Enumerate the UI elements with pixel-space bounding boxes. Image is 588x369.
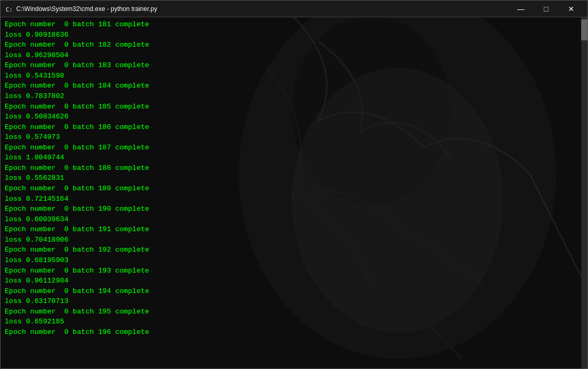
content-area: Epoch number 0 batch 181 completeloss 0.… xyxy=(1,17,587,368)
scrollbar-thumb[interactable] xyxy=(581,19,587,40)
terminal-line: Epoch number 0 batch 185 complete xyxy=(5,102,577,112)
title-bar-controls: — □ ✕ xyxy=(509,1,583,17)
terminal-line: Epoch number 0 batch 195 complete xyxy=(5,307,577,317)
terminal-line: Epoch number 0 batch 192 complete xyxy=(5,245,577,255)
cmd-window: C:\ C:\Windows\System32\cmd.exe - python… xyxy=(0,0,588,369)
terminal-output[interactable]: Epoch number 0 batch 181 completeloss 0.… xyxy=(1,17,581,368)
terminal-line: Epoch number 0 batch 187 complete xyxy=(5,143,577,153)
terminal-line: loss 0.6592185 xyxy=(5,317,577,327)
close-button[interactable]: ✕ xyxy=(559,1,583,17)
terminal-line: Epoch number 0 batch 182 complete xyxy=(5,40,577,50)
terminal-line: loss 0.7837802 xyxy=(5,91,577,102)
title-bar: C:\ C:\Windows\System32\cmd.exe - python… xyxy=(1,1,587,17)
terminal-line: Epoch number 0 batch 181 complete xyxy=(5,19,577,30)
terminal-line: loss 1.0049744 xyxy=(5,153,577,163)
terminal-line: Epoch number 0 batch 189 complete xyxy=(5,183,577,194)
terminal-line: Epoch number 0 batch 190 complete xyxy=(5,204,577,214)
terminal-line: Epoch number 0 batch 194 complete xyxy=(5,286,577,297)
terminal-line: loss 0.68195903 xyxy=(5,255,577,266)
terminal-line: Epoch number 0 batch 186 complete xyxy=(5,122,577,133)
terminal-line: Epoch number 0 batch 188 complete xyxy=(5,163,577,173)
minimize-button[interactable]: — xyxy=(509,1,533,17)
terminal-line: loss 0.5562831 xyxy=(5,173,577,183)
terminal-line: loss 0.5431598 xyxy=(5,71,577,81)
maximize-button[interactable]: □ xyxy=(534,1,558,17)
terminal-line: loss 0.574973 xyxy=(5,132,577,143)
terminal-line: Epoch number 0 batch 191 complete xyxy=(5,224,577,235)
svg-text:C:\: C:\ xyxy=(6,6,13,13)
terminal-line: loss 0.63170713 xyxy=(5,296,577,307)
terminal-line: loss 0.72145164 xyxy=(5,194,577,204)
terminal-line: loss 0.70418906 xyxy=(5,235,577,245)
terminal-line: loss 0.90918636 xyxy=(5,30,577,40)
cmd-icon: C:\ xyxy=(5,5,13,13)
terminal-line: Epoch number 0 batch 184 complete xyxy=(5,81,577,91)
terminal-line: Epoch number 0 batch 196 complete xyxy=(5,327,577,338)
terminal-line: Epoch number 0 batch 183 complete xyxy=(5,60,577,71)
window-title: C:\Windows\System32\cmd.exe - python tra… xyxy=(16,5,157,13)
scrollbar-track[interactable] xyxy=(581,17,587,368)
terminal-line: loss 0.96298504 xyxy=(5,50,577,61)
terminal-line: loss 0.50834626 xyxy=(5,112,577,122)
title-bar-left: C:\ C:\Windows\System32\cmd.exe - python… xyxy=(5,5,157,13)
terminal-line: loss 0.96112984 xyxy=(5,276,577,286)
terminal-line: Epoch number 0 batch 193 complete xyxy=(5,266,577,276)
terminal-line: loss 0.60039634 xyxy=(5,214,577,225)
